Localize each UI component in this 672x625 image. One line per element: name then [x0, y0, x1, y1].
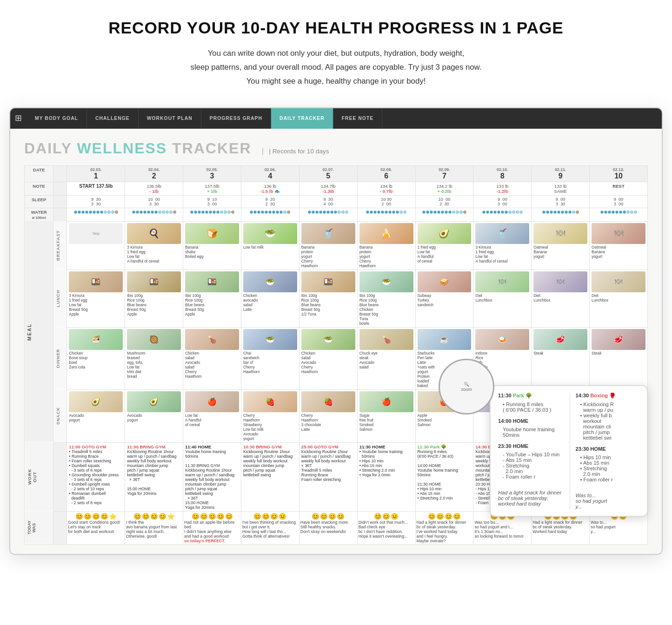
lunch-col-8: 🍽 DietLunchbox: [473, 270, 532, 327]
snack-col-5: 🍓 CherryHawthorn3 chocolateLatte: [299, 389, 357, 442]
snack-col-1: 🥑 Avocadoyogurt: [67, 389, 125, 442]
date-col-7: 02.09. 7: [415, 165, 473, 182]
date-col-2: 02.04. 2: [125, 165, 183, 182]
workout-col-7: 11:30 Park 🌳 Running 8 miles(6'00 PACE /…: [415, 442, 473, 511]
note-col-7: 134.2 lb + 0.2lb: [415, 182, 473, 195]
workout-col-5: 25:00 GOTO GYM Kickboxing Routine 1hourw…: [299, 442, 357, 511]
breakfast-col-8: 🥤 3 Kimura1 fried eggLow fatA handful of…: [473, 221, 532, 270]
breakfast-col-2: 🍳 3 Kimura1 fried eggLow fatA handful of…: [125, 221, 183, 270]
sleep-row: SLEEP 9 303 30 10 003 30 9 103 00 9 202 …: [25, 195, 648, 208]
lunch-col-1: 🍱 3 Kimura1 fried eggLow fatBreast 50gAp…: [67, 270, 125, 327]
date-col-10: 02.12. 10: [590, 165, 648, 182]
lunch-row: LUNCH 🍱 3 Kimura1 fried eggLow fatBreast…: [25, 270, 648, 327]
snack-col-3: 🍎 Low fatA handfulof cereal: [183, 389, 241, 442]
note-col-10: REST: [590, 182, 648, 195]
zoom-location-4: Boxing 🥊: [590, 393, 616, 398]
breakfast-col-5: 🥤 BananaproteinyogurtCherryHawthorn: [299, 221, 357, 270]
lunch-col-10: 🍽 DietLunchbox: [590, 270, 648, 327]
lunch-col-9: 🍽 DietLunchbox: [532, 270, 590, 327]
note-col-2: 136.5lb - 1lb: [125, 182, 183, 195]
breakfast-col-10: 🍽 OatmealBananayogurt: [590, 221, 648, 270]
dinner-label: DINNER: [53, 327, 67, 389]
zoom-time-1: 11:30: [498, 393, 512, 398]
snack-col-4: 🍓 CherryHawthornStrawberryLow fat milkAv…: [241, 389, 299, 442]
date-col-5: 02.07. 5: [299, 165, 357, 182]
workout-col-1: 11:00 GOTO GYM • Treadmill 5 miles• Runn…: [67, 442, 125, 511]
lunch-col-6: 🥗 Ibis 100gRice 100gBlue beansChickenBre…: [357, 270, 415, 327]
today-was-col-1: 😊😊😊😊⭐ Good start! Conditions good!Let's …: [67, 511, 125, 544]
subtitle: You can write down not only your diet, b…: [155, 46, 518, 89]
tracker-header: DAILY WELLNESS TRACKER | Records for 10 …: [24, 140, 648, 157]
zoom-time-5: 23:30: [576, 446, 589, 452]
breakfast-col-6: 🍌 BananaproteinyogurtCherryHawthorn: [357, 221, 415, 270]
workout-col-4: 10:30 BRING GYM Kickboxing Routine 1hour…: [241, 442, 299, 511]
zoom-location-3: HOME: [513, 443, 529, 449]
today-was-col-7: 😊😊😊😊 Had a light snack for dinnerbc of s…: [415, 511, 473, 544]
note-col-6: 134 lb - 0.7lb: [357, 182, 415, 195]
water-label: WATER⌀ 100ml: [25, 208, 53, 221]
date-col-6: 02.08. 6: [357, 165, 415, 182]
zoom-location-2: HOME: [513, 418, 529, 424]
tab-workout-plan[interactable]: WORKOUT PLAN: [139, 108, 201, 129]
dinner-col-10: 🥩 Steak: [590, 327, 648, 389]
nav-bar: ⊞ MY BODY GOAL CHALLENGE WORKOUT PLAN PR…: [10, 108, 662, 129]
today-was-col-4: 😊😊😊😐 I've been thinking of snackingbut I…: [241, 511, 299, 544]
zoom-time-4: 14:30: [576, 393, 589, 398]
lunch-col-7: 🥪 SubwayTurkeysandwich: [415, 270, 473, 327]
today-was-col-6: 😊😊😐 Didn't work out that much...Bad chec…: [357, 511, 415, 544]
date-col-4: 02.06. 4: [241, 165, 299, 182]
note-col-1: START 137.5lb: [67, 182, 125, 195]
zoom-location-5: HOME: [590, 446, 606, 452]
lunch-col-5: 🍱 Ibis 100gRice 100gBlue beansBreast 50g…: [299, 270, 357, 327]
date-col-1: 02.03. 1: [67, 165, 125, 182]
zoom-circle: 🔍zoom: [439, 359, 494, 414]
main-title: RECORD YOUR 10-DAY HEALTH PROGRESS IN 1 …: [9, 19, 663, 37]
note-col-8: 133 lb -1.2lb: [473, 182, 532, 195]
breakfast-row: MEAL BREAKFAST Skip 🍳 3 Kimura1 fried eg…: [25, 221, 648, 270]
date-col-9: 02.11. 9: [532, 165, 590, 182]
workout-col-6: 11:30 HOME • Youtube home training 50min…: [357, 442, 415, 511]
grid-icon: ⊞: [15, 113, 22, 123]
tab-challenge[interactable]: CHALLENGE: [87, 108, 139, 129]
sleep-label: SLEEP: [25, 195, 53, 208]
dinner-row: DINNER 🍜 ChickenBone soupbowlZero cola 🥘…: [25, 327, 648, 389]
app-container: ⊞ MY BODY GOAL CHALLENGE WORKOUT PLAN PR…: [9, 107, 663, 555]
workout-label: WORKOUT: [25, 442, 53, 511]
tab-free-note[interactable]: FREE NOTE: [333, 108, 382, 129]
dinner-col-1: 🍜 ChickenBone soupbowlZero cola: [67, 327, 125, 389]
date-label: DATE: [25, 165, 53, 182]
meal-label: MEAL: [25, 221, 53, 442]
breakfast-label: BREAKFAST: [53, 221, 67, 270]
today-was-col-3: 😊😊😊😊😊 Had not an apple lite before bed.I…: [183, 511, 241, 544]
dinner-col-9: 🥩 Steak: [532, 327, 590, 389]
dinner-col-2: 🥘 Mushroombraisedegg, tofu,Low fatMini d…: [125, 327, 183, 389]
workout-col-3: 11:40 HOME Youtube home training 50mins1…: [183, 442, 241, 511]
zoom-time-3: 23:30: [498, 443, 512, 449]
dinner-col-6: 🍗 Chuck eyesteakAvocadosalad: [357, 327, 415, 389]
dinner-col-5: 🥗 ChickensaladAvocadoCherryHawthorn: [299, 327, 357, 389]
dinner-col-3: 🍗 ChickensaladAvocadosaladCherryHawthorn: [183, 327, 241, 389]
content-area: DAILY WELLNESS TRACKER | Records for 10 …: [10, 129, 662, 554]
tab-progress-graph[interactable]: PROGRESS GRAPH: [201, 108, 271, 129]
water-row: WATER⌀ 100ml: [25, 208, 648, 221]
breakfast-col-3: 🍞 BananashakeBoiled egg: [183, 221, 241, 270]
date-col-8: 02.10. 8: [473, 165, 532, 182]
breakfast-col-4: 🥗 Low fat milk: [241, 221, 299, 270]
date-row: DATE 02.03. 1 02.04. 2 02.05. 3: [25, 165, 648, 182]
tracker-title: DAILY WELLNESS TRACKER: [24, 140, 251, 157]
snack-label: SNACK: [53, 389, 67, 442]
breakfast-col-9: 🍽 OatmealBananayogurt: [532, 221, 590, 270]
zoom-time-2: 14:00: [498, 418, 512, 424]
dinner-col-4: 🥗 Chaisandwichbar ofCherryHawthorn: [241, 327, 299, 389]
nav-tabs: MY BODY GOAL CHALLENGE WORKOUT PLAN PROG…: [27, 108, 657, 129]
lunch-col-4: 🥗 ChickenavocadosaladLatte: [241, 270, 299, 327]
breakfast-col-7: 🥑 1 fried eggLow fatA handfulof cereal: [415, 221, 473, 270]
tracker-subtitle: | Records for 10 days: [262, 148, 329, 155]
zoom-note-2: Was to...so had yogurty...: [576, 493, 640, 509]
zoom-location-1: Park 🌳: [513, 393, 532, 398]
note-label: NOTE: [25, 182, 53, 195]
note-row: NOTE START 137.5lb 136.5lb - 1lb 137.5lb…: [25, 182, 648, 195]
tab-daily-tracker[interactable]: DAILY TRACKER: [271, 108, 333, 129]
tab-my-body-goal[interactable]: MY BODY GOAL: [27, 108, 87, 129]
today-was-col-5: 😊😊😊😊 Have been snacking more.Still healt…: [299, 511, 357, 544]
